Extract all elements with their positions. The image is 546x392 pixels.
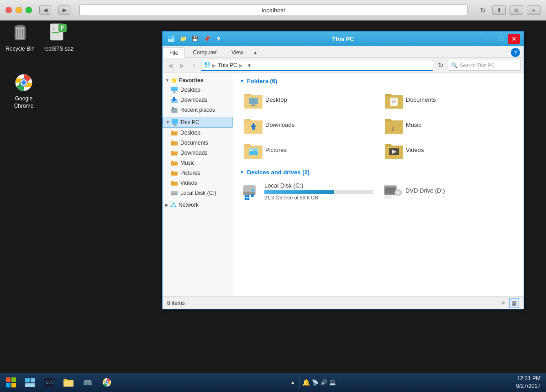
- drive-icon-d: DVD: [383, 182, 402, 200]
- tb-quick-access[interactable]: 📁: [178, 34, 188, 44]
- up-btn[interactable]: ↑: [189, 60, 199, 70]
- tiles-view-btn[interactable]: ▦: [509, 298, 519, 308]
- svg-line-43: [171, 204, 173, 206]
- nav-item-videos-sub[interactable]: Videos: [163, 178, 233, 188]
- folders-section-header[interactable]: ▼ Folders (6): [240, 78, 517, 84]
- nav-item-desktop[interactable]: Desktop: [163, 85, 233, 95]
- mac-reload-btn[interactable]: ↻: [477, 5, 488, 15]
- details-view-btn[interactable]: ≡: [498, 298, 508, 308]
- mac-url-bar[interactable]: localhost: [79, 4, 467, 16]
- mac-forward-btn[interactable]: ▶: [58, 5, 70, 15]
- this-pc-chevron: ▼: [166, 120, 170, 125]
- window-controls: ─ □ ✕: [483, 34, 520, 44]
- mac-close-btn[interactable]: [5, 7, 12, 13]
- drives-section-header[interactable]: ▼ Devices and drives (2): [240, 169, 517, 176]
- search-box[interactable]: 🔍 Search This PC: [448, 60, 521, 71]
- nav-item-music-sub[interactable]: Music: [163, 158, 233, 168]
- svg-rect-80: [31, 378, 35, 382]
- svg-line-5: [22, 29, 23, 38]
- desktop-nav-label: Desktop: [180, 87, 200, 93]
- close-btn[interactable]: ✕: [508, 34, 520, 44]
- start-btn[interactable]: [2, 374, 20, 391]
- pictures-sub-label: Pictures: [180, 170, 200, 176]
- nav-item-local-disk-sub[interactable]: Local Disk (C:): [163, 188, 233, 198]
- folder-icon-desktop: [243, 92, 262, 108]
- taskbar-network-btn[interactable]: [79, 374, 97, 391]
- ribbon-tab-file[interactable]: File: [163, 47, 185, 58]
- ribbon-tab-computer[interactable]: Computer: [186, 47, 224, 57]
- desktop-icon-recycle-bin[interactable]: Recycle Bin: [2, 22, 38, 53]
- taskbar-sound-icon[interactable]: 🔊: [320, 379, 327, 386]
- network-nav-header[interactable]: ▶ Network: [163, 200, 233, 210]
- folder-label-desktop: Desktop: [265, 96, 287, 103]
- desktop-icon-chrome[interactable]: Google Chrome: [5, 72, 42, 110]
- forward-btn[interactable]: ▶: [177, 60, 187, 70]
- svg-rect-78: [11, 383, 16, 387]
- favorites-label: ⭐ Favorites: [171, 77, 204, 84]
- drive-item-d[interactable]: DVD DVD Drive (D:): [381, 180, 517, 202]
- mac-new-tab-btn[interactable]: +: [527, 5, 541, 15]
- taskbar-time-value: 12:31 PM: [516, 375, 541, 382]
- ribbon-help-btn[interactable]: ?: [511, 48, 520, 57]
- desktop-icon-realsts[interactable]: F F realSTS.saz: [40, 22, 77, 53]
- tb-pin[interactable]: 📌: [202, 34, 212, 44]
- tb-dropdown[interactable]: ▼: [214, 34, 224, 44]
- taskbar-overflow-arrow[interactable]: ▲: [289, 380, 296, 385]
- refresh-btn[interactable]: ↻: [435, 60, 446, 71]
- svg-text:DVD: DVD: [384, 195, 393, 199]
- taskbar-network-icon[interactable]: 📡: [312, 379, 319, 386]
- folder-item-downloads[interactable]: Downloads: [240, 114, 377, 136]
- svg-rect-79: [25, 378, 30, 382]
- nav-item-pictures-sub[interactable]: Pictures: [163, 168, 233, 178]
- svg-line-3: [17, 29, 18, 38]
- ribbon-tab-view[interactable]: View: [225, 47, 250, 57]
- mac-minimize-btn[interactable]: [16, 7, 22, 13]
- chrome-desktop-icon: [13, 72, 35, 94]
- mac-share-btn[interactable]: ⬆: [492, 5, 506, 15]
- drive-bar-container-c: [264, 190, 373, 194]
- drive-space-c: 21.3 GB free of 59.6 GB: [264, 195, 373, 200]
- tb-save[interactable]: 💾: [190, 34, 200, 44]
- network-nav-label: Network: [178, 202, 199, 208]
- realsts-label: realSTS.saz: [43, 46, 73, 53]
- folder-item-videos[interactable]: Videos: [380, 139, 517, 161]
- taskbar-folder-btn[interactable]: [59, 374, 78, 391]
- svg-rect-81: [25, 383, 35, 387]
- mac-fullscreen-btn[interactable]: [26, 7, 32, 13]
- nav-item-downloads-fav[interactable]: Downloads: [163, 95, 233, 105]
- mac-window-btn[interactable]: ⧉: [509, 5, 523, 15]
- svg-rect-6: [18, 25, 22, 27]
- nav-item-recent-places[interactable]: Recent places: [163, 105, 233, 115]
- addr-dropdown-btn[interactable]: ▼: [245, 60, 254, 70]
- this-pc-nav-header[interactable]: ▼ This PC: [163, 117, 233, 128]
- svg-text:♪: ♪: [391, 124, 395, 133]
- ribbon-expand-btn[interactable]: ▲: [251, 48, 260, 57]
- favorites-header[interactable]: ▼ ⭐ Favorites: [163, 76, 233, 85]
- folder-item-pictures[interactable]: Pictures: [240, 139, 377, 161]
- nav-item-downloads-sub[interactable]: Downloads: [163, 148, 233, 158]
- svg-text:F: F: [61, 25, 64, 31]
- tb-icon-explorer[interactable]: [166, 34, 176, 44]
- address-field[interactable]: ▶ This PC ▶ ▼: [201, 60, 433, 71]
- drive-item-c[interactable]: Local Disk (C:) 21.3 GB free of 59.6 GB: [240, 180, 376, 202]
- taskbar-devices-icon[interactable]: 💻: [329, 379, 336, 386]
- back-btn[interactable]: ◀: [165, 60, 175, 70]
- svg-point-40: [173, 202, 174, 204]
- mac-back-btn[interactable]: ◀: [39, 5, 51, 15]
- taskbar-terminal-btn[interactable]: C:\>: [40, 374, 58, 391]
- folder-item-music[interactable]: ♪ Music: [380, 114, 517, 136]
- nav-item-desktop-sub[interactable]: Desktop: [163, 128, 233, 138]
- folder-item-documents[interactable]: Documents: [380, 89, 517, 110]
- taskbar-notification-icon[interactable]: 🔔: [302, 379, 310, 386]
- taskbar-clock[interactable]: 12:31 PM 9/27/2017: [513, 375, 544, 390]
- path-label: This PC: [218, 62, 237, 68]
- minimize-btn[interactable]: ─: [483, 34, 494, 44]
- folder-icon-desktop-sub: [171, 129, 178, 136]
- maximize-btn[interactable]: □: [495, 34, 507, 44]
- taskbar-file-explorer-btn[interactable]: [21, 374, 39, 391]
- folder-item-desktop[interactable]: Desktop: [240, 89, 377, 110]
- taskbar-chrome-btn[interactable]: [98, 374, 116, 391]
- folder-icon-downloads-sub: [171, 149, 178, 157]
- nav-item-documents-sub[interactable]: Documents: [163, 138, 233, 148]
- network-nav-icon: [170, 201, 177, 209]
